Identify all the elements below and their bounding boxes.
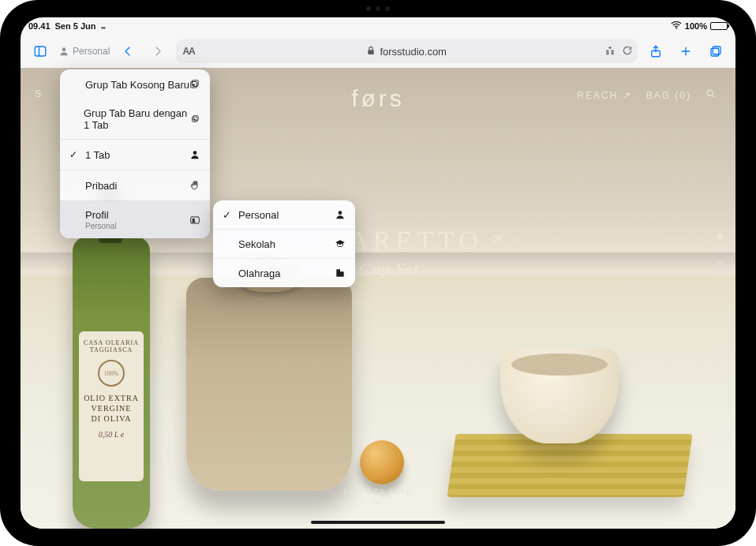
- bottle-brand: CASA OLEARIA TAGGIASCA: [84, 339, 139, 353]
- reader-aa-button[interactable]: AA: [182, 46, 194, 57]
- profile-option-olahraga[interactable]: ✓Olahraga: [213, 259, 355, 287]
- svg-point-3: [62, 47, 66, 51]
- menu-item-label: 1 Tab: [85, 149, 110, 161]
- hero-jar: [186, 278, 352, 491]
- bottle-seal: 100%: [98, 360, 125, 387]
- menu-item-label: Pribadi: [85, 180, 117, 192]
- battery-icon: [710, 22, 728, 30]
- svg-rect-17: [193, 116, 198, 121]
- svg-rect-26: [340, 271, 344, 276]
- profile-option-label: Personal: [238, 209, 279, 221]
- lock-icon: [367, 46, 375, 58]
- menu-item-grup-tab-baru-dengan-1-tab[interactable]: ✓Grup Tab Baru dengan 1 Tab: [60, 99, 210, 139]
- svg-rect-8: [713, 47, 720, 54]
- reload-button[interactable]: [622, 45, 633, 58]
- profile-option-label: Sekolah: [238, 238, 275, 250]
- menu-item-label: Grup Tab Baru dengan 1 Tab: [84, 107, 187, 131]
- tabs-button[interactable]: [704, 39, 728, 63]
- nav-reach[interactable]: REACH ↗: [577, 90, 631, 101]
- svg-point-21: [193, 151, 197, 155]
- page-dot[interactable]: [717, 274, 723, 279]
- extensions-icon[interactable]: [604, 45, 616, 58]
- bottle-product: OLIO EXTRA VERGINE DI OLIVA: [84, 393, 139, 424]
- forward-button: [146, 39, 170, 63]
- wifi-icon: [671, 21, 682, 31]
- back-button[interactable]: [116, 39, 140, 63]
- profile-indicator[interactable]: Personal: [58, 46, 110, 57]
- status-date: Sen 5 Jun: [55, 21, 96, 31]
- svg-point-23: [193, 219, 195, 221]
- hero-fruit: [360, 440, 404, 484]
- status-time: 09.41: [28, 21, 51, 31]
- menu-item-sub: Personal: [85, 222, 116, 230]
- hero-napkin: [447, 434, 692, 497]
- profile-option-sekolah[interactable]: ✓Sekolah: [213, 230, 355, 258]
- address-url: forsstudio.com: [380, 46, 447, 58]
- chevron-down-icon: [372, 499, 384, 507]
- new-tab-button[interactable]: [674, 39, 698, 63]
- page-dot[interactable]: [717, 314, 723, 320]
- page-dot[interactable]: [717, 234, 723, 239]
- svg-rect-4: [369, 50, 375, 54]
- svg-point-10: [707, 90, 713, 95]
- hero-cup: [500, 349, 619, 443]
- svg-rect-9: [711, 48, 719, 56]
- status-bar: 09.41 Sen 5 Jun 100%: [21, 17, 735, 35]
- menu-item-label: Grup Tab Kosong Baru: [85, 79, 189, 91]
- profile-option-label: Olahraga: [238, 267, 280, 279]
- svg-rect-1: [35, 47, 46, 56]
- profile-name: Personal: [73, 46, 110, 57]
- site-logo[interactable]: førs: [351, 85, 405, 112]
- menu-item-pribadi[interactable]: ✓Pribadi: [60, 170, 210, 200]
- svg-line-11: [713, 95, 715, 98]
- profile-option-personal[interactable]: ✓Personal: [213, 200, 355, 229]
- scroll-hint[interactable]: scroll to shop: [344, 487, 413, 507]
- menu-item-profil[interactable]: ✓ProfilPersonal: [60, 201, 210, 238]
- profile-submenu: ✓Personal✓Sekolah✓Olahraga: [213, 200, 355, 287]
- page-dot[interactable]: [717, 287, 723, 293]
- share-button[interactable]: [644, 39, 668, 63]
- svg-point-0: [676, 28, 677, 29]
- page-dot[interactable]: [717, 301, 723, 306]
- menu-item-label: Profil: [85, 209, 109, 221]
- address-bar[interactable]: AA forsstudio.com: [176, 39, 638, 63]
- browser-toolbar: Personal AA forsstudio.com: [21, 35, 735, 68]
- svg-rect-25: [336, 269, 340, 276]
- tab-group-menu: ✓Grup Tab Kosong Baru✓Grup Tab Baru deng…: [60, 69, 210, 238]
- svg-point-24: [339, 211, 342, 215]
- svg-line-12: [492, 237, 500, 245]
- arrow-icon: [488, 232, 505, 249]
- svg-rect-13: [193, 80, 199, 87]
- battery-pct: 100%: [685, 21, 707, 31]
- home-indicator[interactable]: [311, 521, 445, 524]
- page-dot[interactable]: [717, 247, 723, 252]
- nav-bag[interactable]: BAG (0): [646, 90, 691, 101]
- status-more-icon: [101, 21, 105, 31]
- nav-shop[interactable]: S: [35, 88, 43, 99]
- menu-item-1-tab[interactable]: ✓1 Tab: [60, 140, 210, 170]
- hero-bottle: CASA OLEARIA TAGGIASCA 100% OLIO EXTRA V…: [73, 237, 150, 529]
- page-dots[interactable]: [717, 234, 723, 320]
- bottle-volume: 0,50 L e: [99, 430, 124, 439]
- sidebar-button[interactable]: [28, 39, 52, 63]
- page-dot[interactable]: [717, 260, 723, 266]
- menu-item-grup-tab-kosong-baru[interactable]: ✓Grup Tab Kosong Baru: [60, 69, 210, 99]
- nav-search-icon[interactable]: [705, 88, 717, 102]
